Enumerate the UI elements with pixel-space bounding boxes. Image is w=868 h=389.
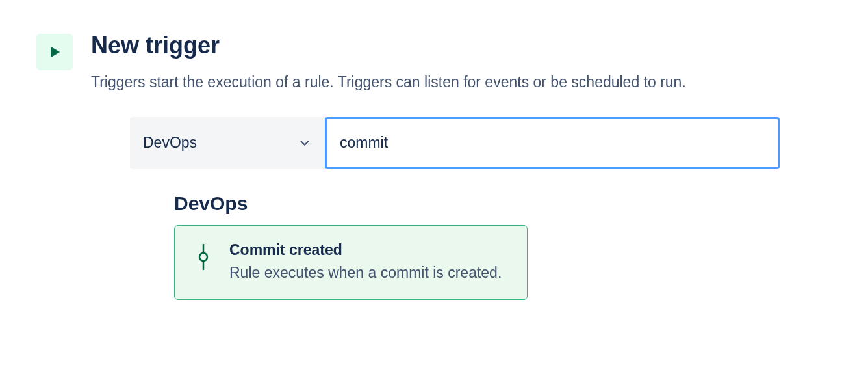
section-heading: DevOps — [174, 193, 832, 215]
trigger-card-commit-created[interactable]: Commit created Rule executes when a comm… — [174, 225, 528, 301]
page-title: New trigger — [91, 31, 832, 59]
play-icon — [45, 43, 64, 61]
trigger-icon-box — [36, 34, 73, 70]
trigger-card-title: Commit created — [229, 241, 509, 259]
filter-row: DevOps — [130, 117, 832, 169]
category-dropdown[interactable]: DevOps — [130, 117, 325, 169]
page-description: Triggers start the execution of a rule. … — [91, 71, 832, 94]
search-input[interactable] — [325, 117, 780, 169]
category-dropdown-label: DevOps — [143, 134, 197, 152]
header-row: New trigger Triggers start the execution… — [36, 31, 832, 300]
chevron-down-icon — [298, 136, 312, 150]
commit-icon-col — [193, 241, 214, 270]
header-text: New trigger Triggers start the execution… — [91, 31, 832, 300]
commit-icon — [198, 244, 209, 270]
trigger-card-description: Rule executes when a commit is created. — [229, 262, 509, 284]
trigger-card-text: Commit created Rule executes when a comm… — [229, 241, 509, 284]
results-section: DevOps Commit created Rule executes when… — [174, 193, 832, 301]
svg-point-1 — [199, 253, 207, 261]
